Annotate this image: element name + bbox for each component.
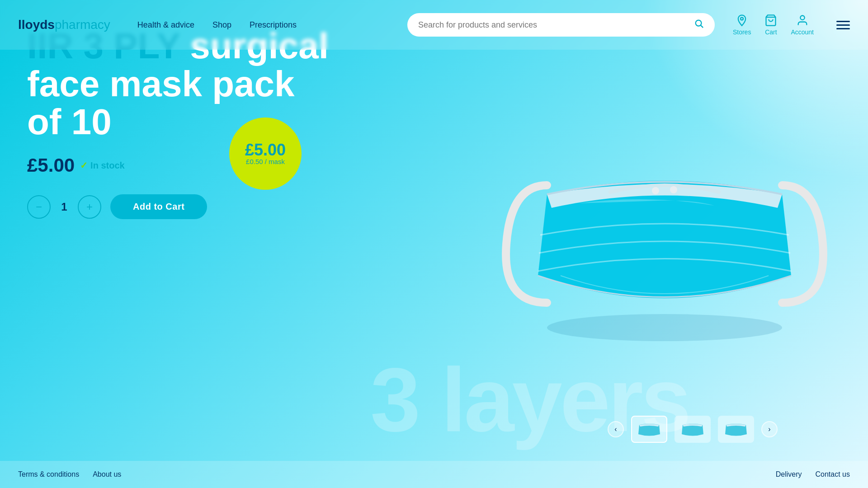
nav-prescriptions[interactable]: Prescriptions — [250, 20, 297, 30]
hamburger-menu[interactable] — [836, 21, 850, 29]
thumb-mask-1 — [636, 419, 663, 440]
product-price: £5.00 — [27, 155, 75, 176]
hamburger-line3 — [836, 28, 850, 29]
account-label: Account — [791, 28, 814, 36]
search-icon — [694, 19, 704, 28]
thumb-mask-2 — [679, 419, 706, 440]
hamburger-line1 — [836, 21, 850, 22]
thumb-mask-3 — [722, 419, 750, 440]
location-icon — [736, 14, 748, 27]
cart-icon — [764, 14, 777, 27]
search-bar — [407, 13, 715, 37]
quantity-increase-button[interactable]: + — [78, 195, 101, 219]
svg-point-6 — [547, 314, 782, 341]
svg-point-3 — [800, 16, 804, 20]
search-button[interactable] — [694, 19, 704, 31]
add-to-cart-button[interactable]: Add to Cart — [110, 194, 207, 219]
svg-point-0 — [696, 20, 702, 26]
carousel-thumb-3[interactable] — [718, 416, 754, 443]
footer-terms-link[interactable]: Terms & conditions — [18, 470, 79, 479]
cart-label: Cart — [765, 28, 777, 36]
cart-button[interactable]: Cart — [764, 14, 777, 36]
carousel-next-button[interactable]: › — [761, 421, 778, 437]
carousel-prev-button[interactable]: ‹ — [608, 421, 624, 437]
search-input[interactable] — [418, 20, 694, 30]
svg-point-4 — [652, 187, 659, 194]
stores-button[interactable]: Stores — [733, 14, 751, 36]
footer-about-link[interactable]: About us — [93, 470, 121, 479]
hamburger-line2 — [836, 24, 850, 26]
header: lloydspharmacy Health & advice Shop Pres… — [0, 0, 868, 50]
price-badge: £5.00 £0.50 / mask — [229, 117, 302, 190]
logo[interactable]: lloydspharmacy — [18, 18, 110, 32]
nav-shop[interactable]: Shop — [212, 20, 231, 30]
carousel-thumb-2[interactable] — [675, 416, 711, 443]
stock-status: In stock — [80, 160, 125, 171]
nav-health-advice[interactable]: Health & advice — [137, 20, 194, 30]
title-line2: face mask pack — [27, 65, 329, 103]
main-nav: Health & advice Shop Prescriptions — [137, 20, 389, 30]
quantity-control: − 1 + — [27, 195, 101, 219]
account-button[interactable]: Account — [791, 14, 814, 36]
logo-part1: lloyds — [18, 18, 55, 32]
quantity-decrease-button[interactable]: − — [27, 195, 51, 219]
badge-price: £5.00 — [245, 142, 286, 158]
logo-part2: pharmacy — [55, 18, 110, 32]
footer-links-left: Terms & conditions About us — [18, 470, 121, 479]
carousel: ‹ › — [608, 416, 778, 443]
carousel-thumb-1[interactable] — [631, 416, 667, 443]
svg-line-1 — [701, 25, 703, 28]
badge-per-mask: £0.50 / mask — [246, 158, 285, 165]
face-mask-illustration — [488, 104, 841, 384]
account-icon — [796, 14, 809, 27]
quantity-value: 1 — [51, 201, 78, 213]
stores-label: Stores — [733, 28, 751, 36]
header-actions: Stores Cart Account — [733, 14, 850, 36]
hero-content: IIR 3 PLY surgical face mask pack of 10 … — [27, 27, 329, 219]
svg-point-5 — [670, 186, 677, 193]
quantity-cart: − 1 + Add to Cart — [27, 194, 329, 219]
mask-image-area — [461, 0, 868, 488]
